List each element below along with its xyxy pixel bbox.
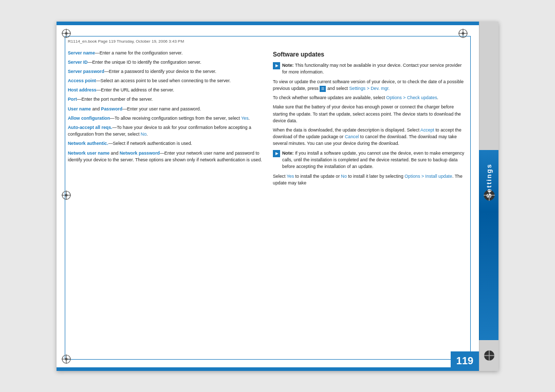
left-item-access-point: Access point—Select an access point to b… [68, 78, 263, 84]
footer-strip [57, 367, 479, 371]
software-updates-title: Software updates [273, 50, 468, 59]
border-right [470, 36, 471, 360]
cancel-link: Cancel [345, 134, 359, 139]
no-link: No [141, 132, 146, 137]
allow-config-label: Allow configuration [68, 116, 110, 121]
port-label: Port [68, 97, 77, 102]
left-item-network-credentials: Network user name and Network password—E… [68, 150, 263, 163]
note2-text: Note: If you install a software update, … [282, 150, 468, 171]
page: Settings 119 R1114_en.book Page 119 Thur… [57, 22, 498, 371]
left-item-username-password: User name and Password—Enter your user n… [68, 106, 263, 113]
left-item-port: Port—Enter the port number of the server… [68, 96, 263, 103]
server-name-label: Server name [68, 50, 95, 55]
left-item-allow-config: Allow configuration—To allow receiving c… [68, 115, 263, 122]
side-tab-upper [479, 22, 498, 150]
right-column: Software updates ▶ Note: This functional… [273, 50, 468, 357]
options-install-update-link: Options > Install update [404, 174, 452, 179]
password-label: Password [101, 106, 123, 111]
header-line: R1114_en.book Page 119 Thursday, October… [68, 39, 468, 45]
accept-link: Accept [420, 127, 434, 133]
left-column: Server name—Enter a name for the configu… [68, 50, 263, 357]
access-point-label: Access point [68, 78, 96, 83]
note2-row: ▶ Note: If you install a software update… [273, 150, 468, 171]
network-password-label: Network password [120, 151, 160, 156]
server-password-label: Server password [68, 69, 104, 74]
options-check-updates-link: Options > Check updates [386, 95, 437, 100]
content-area: R1114_en.book Page 119 Thursday, October… [68, 39, 468, 357]
yes-link: Yes [241, 116, 248, 121]
border-bottom [65, 359, 471, 360]
para1: To view or update the current software v… [273, 79, 468, 92]
note2-icon: ▶ [273, 150, 280, 157]
host-address-label: Host address [68, 87, 97, 92]
yes-install-link: Yes [287, 174, 294, 179]
left-item-host-address: Host address—Enter the URL address of th… [68, 87, 263, 94]
auto-accept-label: Auto-accept all reqs. [68, 125, 113, 130]
para5: Select Yes to install the update or No t… [273, 173, 468, 186]
svg-point-7 [462, 32, 465, 34]
network-user-name-label: Network user name [68, 151, 109, 156]
left-item-server-password: Server password—Enter a password to iden… [68, 68, 263, 75]
settings-label: Settings [485, 163, 493, 198]
note1-icon: ▶ [273, 62, 280, 69]
header-strip [57, 22, 479, 25]
user-name-label: User name [68, 106, 91, 111]
two-columns: Server name—Enter a name for the configu… [68, 50, 468, 357]
menu-icon: ☰ [320, 86, 326, 92]
note1-row: ▶ Note: This functionality may not be av… [273, 62, 468, 76]
svg-point-19 [65, 194, 68, 196]
para3: Make sure that the battery of your devic… [273, 104, 468, 124]
no-later-link: No [341, 174, 347, 179]
svg-point-3 [65, 32, 68, 34]
left-item-network-authentic: Network authentic.—Select if network aut… [68, 140, 263, 147]
side-tab-lower [479, 212, 498, 340]
note1-text: Note: This functionality may not be avai… [282, 62, 468, 76]
server-id-label: Server ID [68, 60, 88, 65]
left-item-server-id: Server ID—Enter the unique ID to identif… [68, 59, 263, 66]
settings-dev-mgr-link: Settings > Dev. mgr. [349, 86, 390, 91]
para2: To check whether software updates are av… [273, 95, 468, 101]
para4: When the data is downloaded, the update … [273, 127, 468, 147]
left-item-auto-accept: Auto-accept all reqs.—To have your devic… [68, 124, 263, 138]
page-number: 119 [456, 355, 473, 367]
left-item-server-name: Server name—Enter a name for the configu… [68, 50, 263, 57]
svg-point-11 [65, 358, 68, 360]
corner-circle-br [483, 349, 495, 362]
side-tab: Settings [479, 22, 498, 371]
side-tab-bottom [479, 340, 498, 371]
network-authentic-label: Network authentic. [68, 141, 108, 146]
border-top [65, 36, 471, 36]
